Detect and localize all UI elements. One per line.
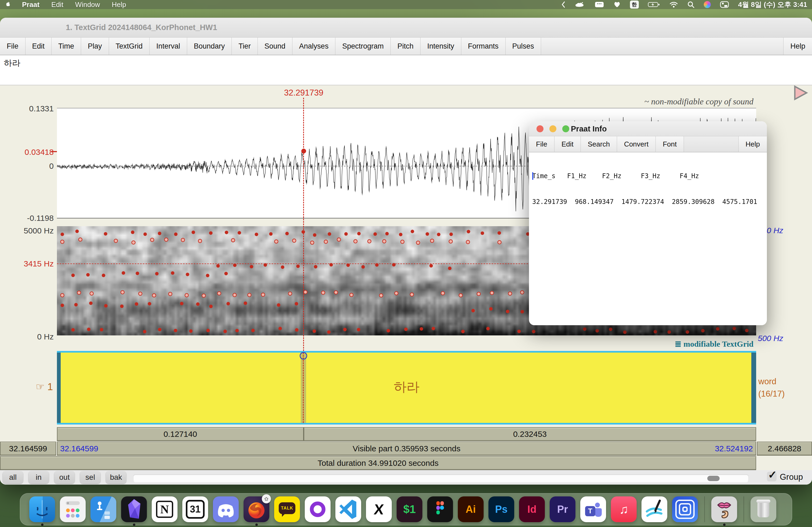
menu-pulses[interactable]: Pulses (506, 37, 541, 55)
menubar-help[interactable]: Help (112, 1, 126, 9)
visible-part-label: Visible part 0.359593 seconds (352, 444, 460, 453)
praat-info-window[interactable]: Praat Info File Edit Search Convert Font… (529, 121, 767, 325)
textgrid-tier[interactable]: 하라 (57, 351, 756, 424)
dock-praat-icon[interactable] (711, 496, 737, 522)
menu-interval[interactable]: Interval (149, 37, 187, 55)
dock-blue-app-icon[interactable] (90, 496, 116, 522)
menu-help[interactable]: Help (783, 37, 812, 55)
dock-figma-icon[interactable] (427, 496, 453, 522)
interval-label[interactable]: 하라 (57, 378, 756, 395)
info-menu-convert[interactable]: Convert (617, 136, 656, 152)
apple-logo-icon[interactable] (5, 1, 11, 8)
info-menu-help[interactable]: Help (738, 136, 767, 152)
info-close-icon[interactable] (536, 125, 543, 132)
control-center-icon[interactable] (720, 1, 729, 8)
dock-premiere-icon[interactable]: Pr (550, 496, 576, 522)
menubar-clock[interactable]: 4월 8일 (수) 오후 3:41 (738, 0, 807, 10)
wave-zero-label: 0 (0, 162, 54, 171)
dock-launcher-icon[interactable] (60, 496, 86, 522)
dock-apple-music-icon[interactable]: ♫ (611, 496, 637, 522)
horizontal-scrollbar[interactable] (133, 475, 749, 482)
cursor-line[interactable] (303, 98, 304, 351)
dock-discord-icon[interactable] (213, 496, 239, 522)
offset-right-box[interactable]: 2.466828 (757, 442, 812, 456)
search-icon[interactable] (687, 1, 695, 8)
dock-screens-app-icon[interactable] (672, 496, 698, 522)
info-minimize-icon[interactable] (549, 125, 556, 132)
heart-icon[interactable] (613, 1, 621, 8)
dock-vscode-icon[interactable] (335, 496, 361, 522)
dock-cash-app-icon[interactable]: $1 (396, 496, 422, 522)
dock-firefox-icon[interactable]: ✿ (244, 496, 269, 522)
info-titlebar[interactable]: Praat Info (529, 121, 767, 136)
interval-text-field[interactable]: 하라 (0, 55, 812, 85)
formant-values-line: 32.291739 968.149347 1479.722374 2859.30… (532, 197, 764, 206)
runcat-icon[interactable] (575, 1, 585, 8)
menu-intensity[interactable]: Intensity (420, 37, 461, 55)
dock-ring-app-icon[interactable] (305, 496, 331, 522)
dock-illustrator-icon[interactable]: Ai (458, 496, 483, 522)
menu-formants[interactable]: Formants (461, 37, 506, 55)
segment-duration-left[interactable]: 0.127140 (57, 427, 304, 441)
zoom-bak-button[interactable]: bak (106, 471, 126, 483)
menu-file[interactable]: File (0, 37, 26, 55)
tier-name: word (758, 377, 776, 387)
pointing-hand-icon: ☞ (36, 381, 45, 392)
offset-left-box[interactable]: 32.164599 (0, 442, 56, 456)
zoom-sel-button[interactable]: sel (80, 471, 100, 483)
menubar-app-name[interactable]: Praat (22, 1, 40, 9)
dock-teams-icon[interactable]: T (580, 496, 606, 522)
dock-kakaotalk-icon[interactable]: TALK (274, 496, 300, 522)
cursor-time-label: 32.291739 (284, 88, 323, 98)
wifi-icon[interactable] (669, 1, 678, 8)
menubar-window[interactable]: Window (75, 1, 100, 9)
menu-textgrid[interactable]: TextGrid (109, 37, 150, 55)
visible-part-box[interactable]: 32.164599 Visible part 0.359593 seconds … (57, 442, 756, 456)
segment-duration-right[interactable]: 0.232453 (304, 427, 756, 441)
chevron-left-icon[interactable] (561, 1, 566, 8)
zoom-out-button[interactable]: out (54, 471, 75, 483)
info-zoom-icon[interactable] (562, 125, 569, 132)
dock-goodnotes-icon[interactable] (641, 496, 667, 522)
info-menu-file[interactable]: File (529, 136, 554, 152)
modifiable-textgrid-label: ≣ modifiable TextGrid (675, 339, 754, 349)
scrollbar-thumb[interactable] (707, 476, 720, 481)
dock-finder-icon[interactable] (29, 496, 55, 522)
wave-min-label: -0.1198 (0, 214, 54, 223)
info-text-area[interactable]: Time_s F1_Hz F2_Hz F3_Hz F4_Hz 32.291739… (529, 152, 767, 234)
total-duration-box[interactable]: Total duration 34.991020 seconds (0, 456, 756, 470)
running-indicator (255, 524, 258, 526)
menu-boundary[interactable]: Boundary (187, 37, 232, 55)
dock-obsidian-icon[interactable] (121, 496, 147, 522)
zoom-all-button[interactable]: all (3, 471, 23, 483)
siri-icon[interactable] (704, 1, 711, 8)
menu-edit[interactable]: Edit (26, 37, 52, 55)
zoom-in-button[interactable]: in (28, 471, 49, 483)
dock-photoshop-icon[interactable]: Ps (489, 496, 514, 522)
menu-pitch[interactable]: Pitch (391, 37, 420, 55)
info-menu-search[interactable]: Search (581, 136, 617, 152)
menu-time[interactable]: Time (52, 37, 81, 55)
battery-icon[interactable] (648, 1, 660, 8)
info-window-title: Praat Info (571, 124, 607, 133)
dock-indesign-icon[interactable]: Id (519, 496, 545, 522)
menu-sound[interactable]: Sound (258, 37, 292, 55)
tier-number[interactable]: ☞ 1 (36, 381, 53, 393)
menu-tier[interactable]: Tier (232, 37, 258, 55)
dock-trash-icon[interactable] (751, 496, 776, 522)
menu-analyses[interactable]: Analyses (292, 37, 336, 55)
keyboard-viewer-icon[interactable] (595, 1, 604, 8)
checkmark-icon: ✓ (768, 468, 777, 481)
input-source-indicator[interactable]: 한 (630, 1, 639, 9)
cursor-handle-icon[interactable] (300, 352, 307, 360)
info-menu-edit[interactable]: Edit (554, 136, 581, 152)
menu-play[interactable]: Play (81, 37, 109, 55)
menu-spectrogram[interactable]: Spectrogram (335, 37, 391, 55)
menubar-edit[interactable]: Edit (51, 1, 63, 9)
play-button[interactable] (793, 85, 809, 102)
dock-x-app-icon[interactable]: X (366, 496, 392, 522)
group-checkbox[interactable]: ✓ (767, 472, 777, 481)
dock-notion-icon[interactable]: N (152, 496, 177, 522)
info-menu-font[interactable]: Font (656, 136, 684, 152)
dock-calendar-icon[interactable]: 31 (182, 496, 208, 522)
